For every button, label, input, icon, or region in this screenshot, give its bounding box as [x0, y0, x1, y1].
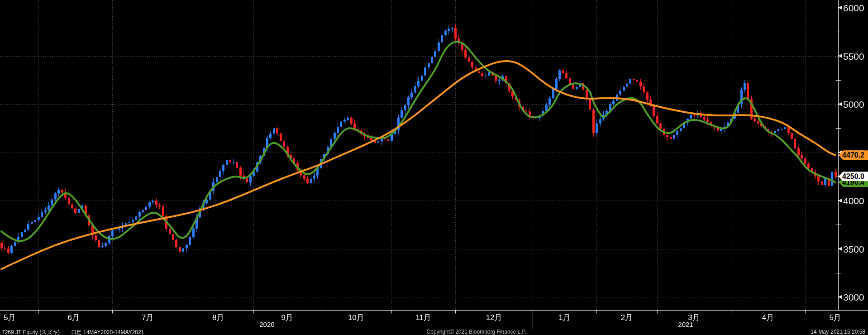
x-axis-month-label: 12月	[486, 312, 502, 323]
x-axis-month-label: 10月	[348, 312, 364, 323]
price-chart-canvas[interactable]	[0, 0, 868, 335]
bloomberg-chart-window: 6000550050004500400035003000 5月6月7月8月9月1…	[0, 0, 868, 335]
x-axis-year-label: 2021	[678, 321, 693, 328]
y-axis-label: 3500	[843, 244, 864, 254]
x-axis-month-label: 4月	[762, 312, 774, 323]
y-axis-label: 5500	[843, 52, 864, 61]
y-axis-label: 5000	[843, 100, 864, 109]
y-axis-label: 4000	[843, 196, 864, 206]
x-axis-month-label: 5月	[4, 312, 15, 323]
x-axis-month-label: 2月	[621, 312, 633, 323]
x-axis-month-label: 6月	[68, 312, 80, 323]
x-axis-month-label: 7月	[142, 312, 153, 323]
x-axis-year-label: 2020	[259, 321, 274, 328]
ticker-label: 7269 JT Equity (スズキ)	[2, 329, 60, 335]
x-axis-month-label: 1月	[558, 312, 570, 323]
security-description: 7269 JT Equity (スズキ) 日足 14MAY2020-14MAY2…	[2, 329, 144, 335]
ma-long-price-tag: 4470.2	[839, 150, 868, 160]
period-label: 日足 14MAY2020-14MAY2021	[71, 329, 144, 335]
y-axis-label: 6000	[843, 3, 864, 13]
x-axis-month-label: 8月	[212, 312, 224, 323]
x-axis-month-label: 5月	[829, 312, 841, 323]
timestamp-text: 14-May-2021 15:20:58	[811, 329, 865, 335]
copyright-text: Copyright© 2021 Bloomberg Finance L.P.	[427, 329, 527, 335]
last-price-tag: 4250.0	[839, 172, 868, 181]
y-axis-label: 3000	[843, 292, 864, 302]
x-axis-month-label: 11月	[415, 312, 431, 323]
x-axis-month-label: 9月	[281, 312, 293, 323]
